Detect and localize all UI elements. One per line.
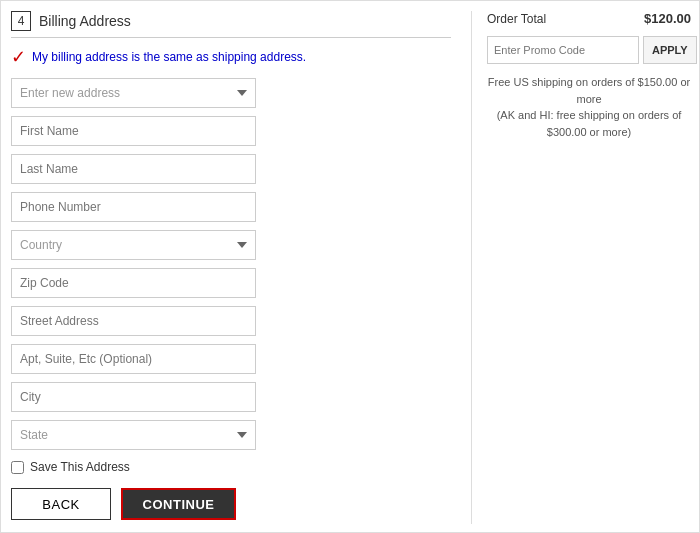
state-dropdown[interactable]: State — [11, 420, 256, 450]
left-panel: 4 Billing Address ✓ My billing address i… — [11, 11, 471, 524]
save-address-checkbox[interactable] — [11, 461, 24, 474]
street-input[interactable] — [11, 306, 256, 336]
order-total-label: Order Total — [487, 12, 546, 26]
address-dropdown-row: Enter new address — [11, 78, 451, 108]
apt-input[interactable] — [11, 344, 256, 374]
phone-input[interactable] — [11, 192, 256, 222]
order-total-value: $120.00 — [644, 11, 691, 26]
continue-button[interactable]: CONTINUE — [121, 488, 236, 520]
save-address-label: Save This Address — [30, 460, 130, 474]
city-input[interactable] — [11, 382, 256, 412]
first-name-row — [11, 116, 451, 146]
section-header: 4 Billing Address — [11, 11, 451, 38]
buttons-row: BACK CONTINUE — [11, 488, 451, 520]
zip-input[interactable] — [11, 268, 256, 298]
shipping-info-line2: (AK and HI: free shipping on orders of $… — [487, 107, 691, 140]
address-dropdown[interactable]: Enter new address — [11, 78, 256, 108]
right-panel: Order Total $120.00 APPLY Free US shippi… — [471, 11, 691, 524]
promo-input[interactable] — [487, 36, 639, 64]
order-total-row: Order Total $120.00 — [487, 11, 691, 26]
checkmark-icon: ✓ — [11, 48, 26, 66]
section-title: Billing Address — [39, 13, 131, 29]
page-wrapper: 4 Billing Address ✓ My billing address i… — [1, 1, 700, 533]
first-name-input[interactable] — [11, 116, 256, 146]
shipping-info: Free US shipping on orders of $150.00 or… — [487, 74, 691, 140]
country-dropdown[interactable]: Country — [11, 230, 256, 260]
same-address-label: My billing address is the same as shippi… — [32, 50, 306, 64]
section-number: 4 — [11, 11, 31, 31]
apt-row — [11, 344, 451, 374]
street-row — [11, 306, 451, 336]
apply-promo-button[interactable]: APPLY — [643, 36, 697, 64]
shipping-info-line1: Free US shipping on orders of $150.00 or… — [487, 74, 691, 107]
save-address-row: Save This Address — [11, 460, 451, 474]
same-address-row: ✓ My billing address is the same as ship… — [11, 48, 451, 66]
promo-row: APPLY — [487, 36, 691, 64]
country-row: Country — [11, 230, 451, 260]
zip-row — [11, 268, 451, 298]
last-name-input[interactable] — [11, 154, 256, 184]
phone-row — [11, 192, 451, 222]
back-button[interactable]: BACK — [11, 488, 111, 520]
state-row: State — [11, 420, 451, 450]
city-row — [11, 382, 451, 412]
last-name-row — [11, 154, 451, 184]
